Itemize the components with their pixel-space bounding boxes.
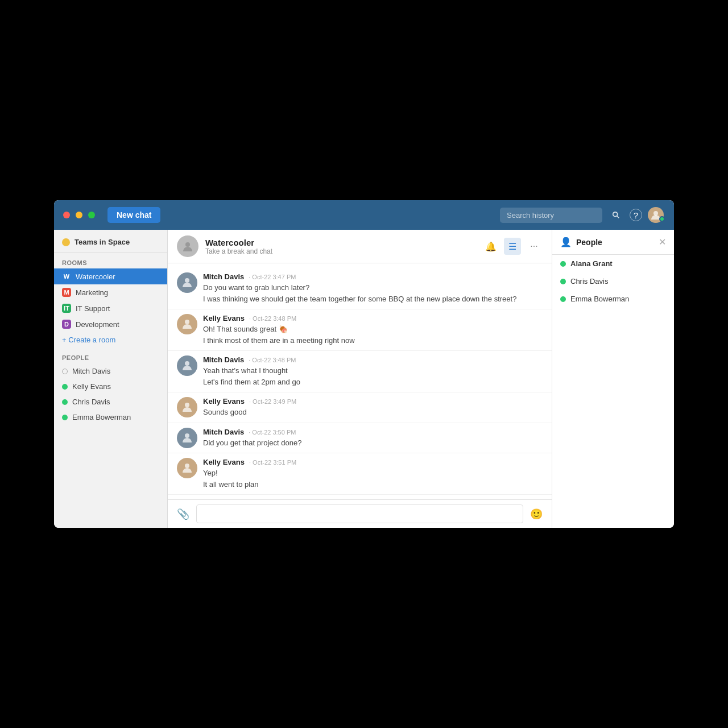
chris-panel-name: Chris Davis [570, 277, 608, 286]
mitch-avatar-icon2 [180, 359, 194, 373]
messages-container: Mitch Davis · Oct-22 3:47 PM Do you want… [168, 263, 552, 499]
sidebar-person-chris[interactable]: Chris Davis [54, 394, 167, 410]
rooms-label: ROOMS [54, 253, 167, 268]
people-panel: 👤 People ✕ Alana Grant Chris Davis Emma … [552, 230, 674, 528]
avatar [177, 355, 197, 376]
chat-input-area: 📎 🙂 [168, 499, 552, 528]
search-input[interactable] [500, 208, 602, 223]
alana-status-dot [560, 261, 566, 267]
message-time: · Oct-22 3:50 PM [249, 429, 296, 436]
development-icon: D [62, 320, 71, 329]
itsupport-label: IT Support [76, 304, 110, 313]
message-text: I was thinking we should get the team to… [203, 293, 543, 305]
message-header: Kelly Evans · Oct-22 3:49 PM [203, 397, 543, 406]
workspace-item[interactable]: Teams in Space [54, 230, 167, 253]
message-content: Kelly Evans · Oct-22 3:49 PM Sounds good [203, 397, 543, 418]
emma-status [62, 415, 68, 420]
table-row: Mitch Davis · Oct-22 3:47 PM Do you want… [168, 268, 552, 309]
person-item-chris[interactable]: Chris Davis [552, 272, 674, 290]
close-dot[interactable] [63, 212, 70, 218]
message-header: Kelly Evans · Oct-22 3:51 PM [203, 458, 543, 466]
room-info: Watercooler Take a break and chat [205, 238, 475, 255]
sidebar-item-marketing[interactable]: M Marketing [54, 284, 167, 300]
room-description: Take a break and chat [205, 247, 475, 255]
avatar [177, 458, 197, 478]
user-avatar-container [648, 207, 665, 223]
room-avatar [177, 235, 198, 257]
sidebar-item-watercooler[interactable]: W Watercooler [54, 268, 167, 284]
avatar [177, 428, 197, 448]
mitch-avatar-icon [180, 276, 194, 289]
kelly-avatar-icon2 [180, 400, 194, 414]
emma-status-dot [560, 296, 566, 302]
avatar [177, 314, 197, 334]
message-content: Kelly Evans · Oct-22 3:51 PM Yep! It all… [203, 458, 543, 490]
mitch-name: Mitch Davis [72, 367, 110, 375]
chris-status [62, 399, 68, 405]
table-row: Kelly Evans · Oct-22 3:49 PM Sounds good [168, 392, 552, 423]
message-text: Oh! That sounds great 🍖 [203, 324, 543, 335]
emoji-button[interactable]: 🙂 [528, 506, 545, 523]
people-label: PEOPLE [54, 348, 167, 363]
message-content: Mitch Davis · Oct-22 3:47 PM Do you want… [203, 272, 543, 304]
table-row: Mitch Davis · Oct-22 3:50 PM Did you get… [168, 423, 552, 454]
minimize-dot[interactable] [76, 212, 82, 218]
sidebar-item-development[interactable]: D Development [54, 316, 167, 332]
message-sender: Kelly Evans [203, 458, 245, 466]
message-content: Mitch Davis · Oct-22 3:48 PM Yeah that's… [203, 355, 543, 387]
new-chat-button[interactable]: New chat [107, 207, 160, 223]
message-content: Kelly Evans · Oct-22 3:48 PM Oh! That so… [203, 314, 543, 346]
svg-point-4 [185, 278, 189, 283]
mitch-avatar-icon3 [180, 431, 194, 445]
message-text: Yep! [203, 468, 543, 479]
notification-button[interactable]: 🔔 [482, 238, 499, 255]
svg-point-5 [185, 320, 189, 324]
sidebar-person-emma[interactable]: Emma Bowerman [54, 410, 167, 425]
help-icon-button[interactable]: ? [630, 209, 642, 221]
marketing-icon: M [62, 288, 71, 297]
alana-name: Alana Grant [570, 259, 613, 268]
titlebar: New chat ? [54, 200, 674, 230]
marketing-label: Marketing [76, 288, 108, 297]
watercooler-label: Watercooler [76, 272, 115, 281]
message-sender: Mitch Davis [203, 272, 244, 281]
person-item-alana[interactable]: Alana Grant [552, 255, 674, 272]
message-header: Mitch Davis · Oct-22 3:47 PM [203, 272, 543, 281]
room-name: Watercooler [205, 238, 475, 247]
sidebar-item-itsupport[interactable]: IT IT Support [54, 300, 167, 316]
svg-point-7 [185, 403, 189, 407]
chat-header: Watercooler Take a break and chat 🔔 ☰ ··… [168, 230, 552, 263]
expand-dot[interactable] [88, 212, 95, 218]
message-text: Did you get that project done? [203, 437, 543, 449]
close-people-panel-button[interactable]: ✕ [659, 237, 666, 247]
message-text: Do you want to grab lunch later? [203, 282, 543, 293]
message-sender: Mitch Davis [203, 428, 244, 436]
message-text: Let's find them at 2pm and go [203, 377, 543, 388]
message-text: It all went to plan [203, 479, 543, 490]
person-item-emma[interactable]: Emma Bowerman [552, 290, 674, 308]
sidebar-person-kelly[interactable]: Kelly Evans [54, 379, 167, 394]
online-indicator [659, 216, 665, 222]
avatar [177, 397, 197, 417]
development-label: Development [76, 320, 119, 329]
members-button[interactable]: ☰ [504, 238, 521, 255]
avatar [177, 272, 197, 293]
attach-button[interactable]: 📎 [175, 506, 192, 523]
itsupport-icon: IT [62, 304, 71, 313]
create-room-button[interactable]: + Create a room [54, 332, 167, 348]
sidebar-person-mitch[interactable]: Mitch Davis [54, 363, 167, 379]
app-window: New chat ? [54, 200, 674, 528]
message-header: Mitch Davis · Oct-22 3:50 PM [203, 428, 543, 436]
message-input[interactable] [196, 504, 523, 523]
svg-point-6 [185, 361, 189, 366]
more-options-button[interactable]: ··· [526, 238, 543, 255]
svg-point-0 [613, 212, 618, 217]
message-sender: Kelly Evans [203, 397, 245, 406]
table-row: Mitch Davis · Oct-22 3:48 PM Yeah that's… [168, 351, 552, 392]
message-sender: Mitch Davis [203, 355, 244, 364]
people-title: People [576, 238, 654, 247]
watercooler-icon: W [62, 272, 71, 281]
search-icon-button[interactable] [608, 207, 624, 223]
table-row: Kelly Evans · Oct-22 3:48 PM Oh! That so… [168, 309, 552, 351]
message-time: · Oct-22 3:47 PM [249, 274, 296, 280]
